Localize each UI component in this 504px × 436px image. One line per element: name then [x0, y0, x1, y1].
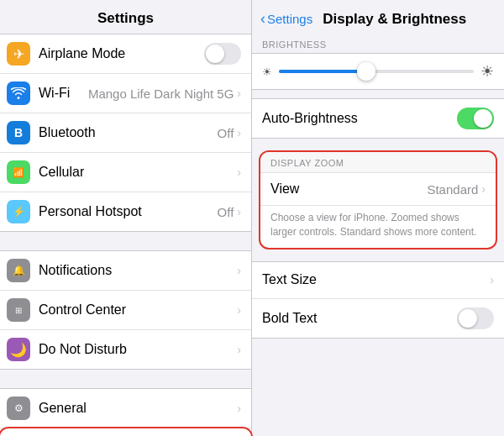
notifications-icon: 🔔 [7, 259, 30, 282]
airplane-label: Airplane Mode [39, 46, 204, 61]
settings-group-display: ⚙ General › AA Display & Brightness › 🖼 … [0, 388, 251, 436]
settings-item-general[interactable]: ⚙ General › [0, 389, 251, 428]
zoom-description: Choose a view for iPhone. Zoomed shows l… [260, 206, 496, 248]
controlcenter-icon: ⊞ [7, 298, 30, 322]
settings-item-wifi[interactable]: Wi-Fi Mango Life Dark Night 5G › [0, 74, 251, 113]
donotdisturb-chevron: › [237, 343, 241, 356]
back-label: Settings [267, 12, 312, 26]
settings-item-hotspot[interactable]: ⚡ Personal Hotspot Off › [0, 192, 251, 231]
text-size-row[interactable]: Text Size › [252, 262, 504, 299]
general-chevron: › [237, 402, 241, 415]
brightness-low-icon: ☀ [262, 66, 272, 78]
wifi-label: Wi-Fi [39, 86, 88, 101]
wifi-chevron: › [237, 87, 241, 100]
brightness-row[interactable]: ☀ ☀ [252, 53, 504, 90]
bold-text-row[interactable]: Bold Text [252, 299, 504, 338]
display-zoom-box: DISPLAY ZOOM View Standard › Choose a vi… [259, 150, 497, 250]
zoom-view-row[interactable]: View Standard › [260, 173, 496, 206]
bluetooth-icon: B [7, 121, 30, 144]
cellular-icon: 📶 [7, 160, 30, 184]
settings-group-system: 🔔 Notifications › ⊞ Control Center › 🌙 D… [0, 250, 251, 370]
settings-item-cellular[interactable]: 📶 Cellular › [0, 153, 251, 192]
settings-item-controlcenter[interactable]: ⊞ Control Center › [0, 291, 251, 330]
zoom-view-chevron: › [481, 182, 486, 196]
wifi-icon [7, 81, 30, 105]
bluetooth-label: Bluetooth [39, 125, 218, 140]
wifi-value: Mango Life Dark Night 5G [88, 87, 234, 101]
right-panel-title: Display & Brightness [323, 11, 466, 28]
settings-item-donotdisturb[interactable]: 🌙 Do Not Disturb › [0, 330, 251, 369]
text-size-chevron: › [490, 273, 494, 286]
auto-brightness-row[interactable]: Auto-Brightness [252, 98, 504, 139]
auto-brightness-label: Auto-Brightness [262, 111, 457, 126]
settings-item-notifications[interactable]: 🔔 Notifications › [0, 251, 251, 291]
bold-text-label: Bold Text [262, 311, 457, 326]
settings-item-airplane[interactable]: ✈ Airplane Mode [0, 34, 251, 74]
display-zoom-header: DISPLAY ZOOM [260, 152, 496, 173]
controlcenter-label: Control Center [39, 302, 237, 318]
bluetooth-chevron: › [237, 126, 241, 139]
back-button[interactable]: ‹ Settings [260, 10, 312, 28]
hotspot-value: Off [218, 205, 234, 219]
back-chevron-icon: ‹ [260, 10, 265, 28]
settings-left-panel: Settings ✈ Airplane Mode Wi-Fi Mango Lif… [0, 0, 252, 436]
donotdisturb-label: Do Not Disturb [39, 342, 237, 357]
brightness-slider[interactable] [279, 70, 474, 73]
airplane-toggle[interactable] [204, 43, 241, 65]
zoom-view-value: Standard [427, 182, 478, 197]
hotspot-icon: ⚡ [7, 200, 30, 223]
bold-text-toggle[interactable] [457, 307, 494, 329]
hotspot-label: Personal Hotspot [39, 204, 218, 219]
text-options-group: Text Size › Bold Text [252, 261, 504, 339]
left-panel-title: Settings [0, 0, 251, 34]
brightness-fill [279, 70, 366, 73]
settings-group-connectivity: ✈ Airplane Mode Wi-Fi Mango Life Dark Ni… [0, 34, 251, 232]
brightness-section-header: BRIGHTNESS [252, 34, 504, 53]
general-label: General [39, 401, 237, 416]
auto-brightness-toggle[interactable] [457, 108, 494, 129]
text-size-label: Text Size [262, 272, 490, 287]
bluetooth-value: Off [218, 126, 234, 140]
controlcenter-chevron: › [237, 303, 241, 317]
brightness-high-icon: ☀ [480, 62, 494, 81]
brightness-thumb [357, 62, 375, 81]
cellular-label: Cellular [39, 165, 237, 180]
general-icon: ⚙ [7, 397, 30, 420]
notifications-chevron: › [237, 264, 241, 277]
settings-item-bluetooth[interactable]: B Bluetooth Off › [0, 113, 251, 153]
right-header: ‹ Settings Display & Brightness [252, 0, 504, 34]
cellular-chevron: › [237, 165, 241, 179]
notifications-label: Notifications [39, 263, 237, 278]
settings-item-display[interactable]: AA Display & Brightness › [0, 428, 251, 436]
donotdisturb-icon: 🌙 [7, 338, 30, 361]
hotspot-chevron: › [237, 205, 241, 218]
display-brightness-panel: ‹ Settings Display & Brightness BRIGHTNE… [252, 0, 504, 436]
zoom-view-label: View [270, 181, 427, 197]
airplane-icon: ✈ [7, 42, 30, 66]
